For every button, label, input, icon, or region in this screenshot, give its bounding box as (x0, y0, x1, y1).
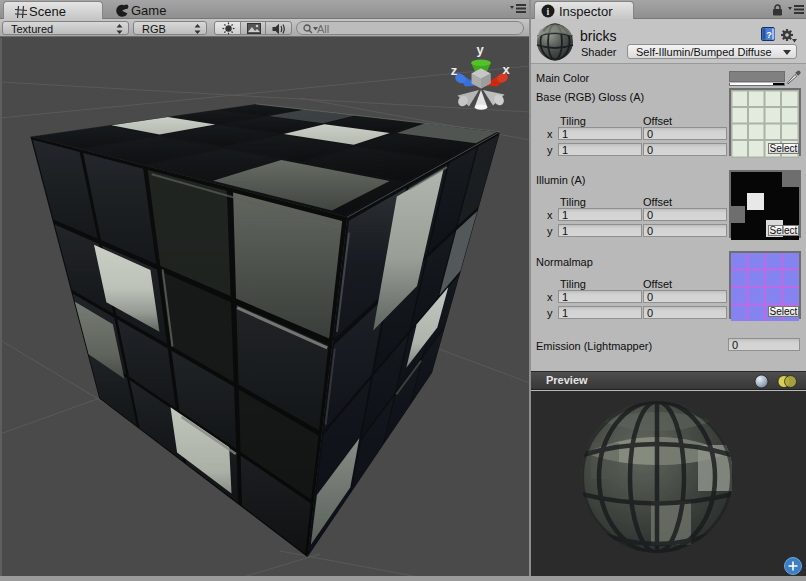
svg-text:i: i (547, 6, 550, 17)
svg-text:y: y (476, 42, 484, 57)
svg-text:z: z (451, 63, 458, 78)
svg-text:?: ? (766, 30, 772, 40)
svg-text:x: x (502, 62, 510, 77)
